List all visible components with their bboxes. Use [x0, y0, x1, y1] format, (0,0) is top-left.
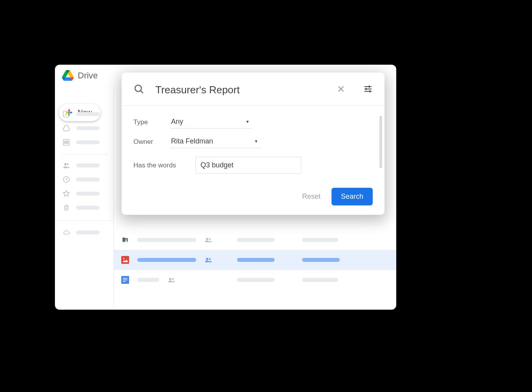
has-words-label: Has the words	[133, 162, 195, 169]
sidebar	[55, 87, 114, 310]
svg-rect-21	[364, 86, 372, 87]
shared-icon	[204, 257, 213, 263]
type-label: Type	[133, 118, 170, 126]
sidebar-item-priority[interactable]	[62, 107, 108, 121]
svg-point-13	[209, 258, 211, 260]
sidebar-item-shared-drives[interactable]	[62, 135, 108, 149]
shared-icon	[204, 237, 213, 243]
caret-down-icon: ▼	[246, 120, 250, 124]
file-row-selected[interactable]	[114, 250, 396, 270]
svg-rect-0	[64, 111, 69, 117]
star-icon	[62, 189, 71, 198]
search-options-icon[interactable]	[363, 84, 373, 95]
sidebar-item-mydrive[interactable]	[62, 121, 108, 135]
image-file-icon	[121, 256, 129, 264]
svg-point-5	[67, 163, 69, 165]
svg-point-8	[206, 238, 208, 240]
svg-rect-15	[123, 278, 128, 279]
trash-icon	[62, 203, 71, 212]
svg-point-4	[64, 163, 67, 165]
docs-file-icon	[121, 276, 129, 284]
owner-value: Rita Feldman	[171, 137, 213, 145]
svg-rect-26	[370, 90, 370, 93]
clear-search-button[interactable]	[337, 85, 345, 95]
drive-logo-icon	[62, 70, 74, 81]
svg-point-12	[206, 258, 208, 260]
sidebar-item-trash[interactable]	[62, 201, 108, 215]
type-select[interactable]: Any ▼	[170, 116, 253, 129]
svg-rect-1	[64, 140, 69, 145]
cloud-icon	[62, 228, 71, 237]
svg-rect-23	[364, 91, 372, 92]
svg-point-19	[172, 278, 174, 280]
sidebar-item-storage[interactable]	[62, 225, 108, 240]
svg-rect-10	[121, 256, 129, 264]
file-row[interactable]	[114, 270, 396, 290]
svg-rect-24	[369, 85, 370, 88]
svg-point-3	[67, 141, 68, 142]
clock-icon	[62, 175, 71, 184]
search-header	[122, 73, 384, 106]
drive-outline-icon	[62, 124, 71, 132]
people-icon	[62, 161, 71, 170]
caret-down-icon: ▼	[254, 139, 258, 143]
svg-rect-16	[123, 279, 128, 280]
app-name: Drive	[78, 71, 98, 81]
shared-icon	[167, 277, 176, 283]
svg-point-18	[169, 278, 171, 280]
people-square-icon	[62, 138, 71, 147]
has-words-input[interactable]	[195, 157, 301, 174]
svg-rect-17	[123, 281, 126, 282]
type-value: Any	[171, 118, 183, 126]
scrollbar-thumb[interactable]	[379, 116, 382, 168]
svg-rect-22	[364, 89, 372, 89]
folder-shared-icon	[121, 236, 129, 244]
svg-point-20	[135, 85, 141, 91]
search-icon	[133, 83, 144, 96]
check-square-icon	[62, 110, 71, 118]
svg-point-7	[126, 239, 127, 240]
owner-select[interactable]: Rita Feldman ▼	[170, 136, 261, 148]
svg-point-9	[209, 238, 211, 240]
sidebar-item-shared[interactable]	[62, 158, 108, 172]
search-input[interactable]	[155, 84, 326, 96]
reset-button[interactable]: Reset	[302, 192, 321, 201]
svg-point-11	[123, 258, 124, 259]
advanced-search-panel: Type Any ▼ Owner Rita Feldman ▼ Has the …	[122, 73, 384, 215]
svg-rect-25	[366, 88, 366, 90]
file-row[interactable]	[114, 230, 396, 250]
svg-point-2	[65, 141, 66, 142]
sidebar-item-recent[interactable]	[62, 172, 108, 187]
search-button[interactable]: Search	[332, 188, 373, 205]
owner-label: Owner	[133, 138, 170, 146]
sidebar-item-starred[interactable]	[62, 187, 108, 201]
